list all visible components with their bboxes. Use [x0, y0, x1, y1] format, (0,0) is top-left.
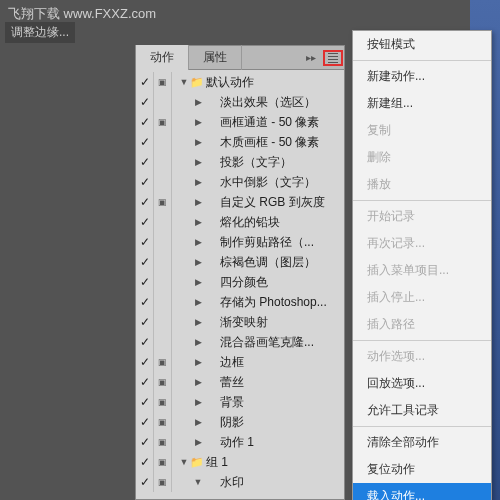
- expand-arrow-icon[interactable]: ▶: [192, 397, 204, 407]
- dialog-check[interactable]: [154, 232, 172, 252]
- tree-row[interactable]: ✓▣▶动作 1: [136, 432, 344, 452]
- dialog-check[interactable]: [154, 292, 172, 312]
- expand-arrow-icon[interactable]: ▶: [192, 277, 204, 287]
- toggle-check[interactable]: ✓: [136, 152, 154, 172]
- expand-arrow-icon[interactable]: ▶: [192, 357, 204, 367]
- expand-arrow-icon[interactable]: ▼: [178, 457, 190, 467]
- tree-row[interactable]: ✓▣▶背景: [136, 392, 344, 412]
- dialog-check[interactable]: [154, 152, 172, 172]
- menu-record-again[interactable]: 再次记录...: [353, 230, 491, 257]
- tab-properties[interactable]: 属性: [189, 45, 242, 70]
- toggle-check[interactable]: ✓: [136, 252, 154, 272]
- tree-row[interactable]: ✓▣▶自定义 RGB 到灰度: [136, 192, 344, 212]
- tab-collapse-icon[interactable]: ▸▸: [300, 52, 322, 63]
- tree-row[interactable]: ✓▣▶阴影: [136, 412, 344, 432]
- tree-row[interactable]: ✓▶混合器画笔克隆...: [136, 332, 344, 352]
- tab-actions[interactable]: 动作: [136, 45, 189, 70]
- expand-arrow-icon[interactable]: ▼: [192, 477, 204, 487]
- tree-row[interactable]: ✓▣▼水印: [136, 472, 344, 492]
- tree-row[interactable]: ✓▶渐变映射: [136, 312, 344, 332]
- panel-menu-button[interactable]: [322, 47, 344, 69]
- tree-row[interactable]: ✓▶存储为 Photoshop...: [136, 292, 344, 312]
- tree-row[interactable]: ✓▣▼📁组 1: [136, 452, 344, 472]
- menu-play[interactable]: 播放: [353, 171, 491, 198]
- toggle-check[interactable]: ✓: [136, 412, 154, 432]
- dialog-check[interactable]: ▣: [154, 452, 172, 472]
- toggle-check[interactable]: ✓: [136, 392, 154, 412]
- tree-row[interactable]: ✓▶淡出效果（选区）: [136, 92, 344, 112]
- dialog-check[interactable]: [154, 172, 172, 192]
- toggle-check[interactable]: ✓: [136, 332, 154, 352]
- toggle-check[interactable]: ✓: [136, 132, 154, 152]
- menu-load-actions[interactable]: 载入动作...: [353, 483, 491, 500]
- tree-row[interactable]: ✓▶四分颜色: [136, 272, 344, 292]
- expand-arrow-icon[interactable]: ▶: [192, 197, 204, 207]
- dialog-check[interactable]: [154, 272, 172, 292]
- menu-start-record[interactable]: 开始记录: [353, 203, 491, 230]
- tree-row[interactable]: ✓▣▶边框: [136, 352, 344, 372]
- toggle-check[interactable]: ✓: [136, 212, 154, 232]
- expand-arrow-icon[interactable]: ▶: [192, 437, 204, 447]
- expand-arrow-icon[interactable]: ▶: [192, 257, 204, 267]
- expand-arrow-icon[interactable]: ▶: [192, 337, 204, 347]
- toggle-check[interactable]: ✓: [136, 72, 154, 92]
- tree-row[interactable]: ✓▶投影（文字）: [136, 152, 344, 172]
- toggle-check[interactable]: ✓: [136, 192, 154, 212]
- expand-arrow-icon[interactable]: ▶: [192, 297, 204, 307]
- expand-arrow-icon[interactable]: ▶: [192, 377, 204, 387]
- dialog-check[interactable]: ▣: [154, 192, 172, 212]
- tree-row[interactable]: ✓▣▼📁默认动作: [136, 72, 344, 92]
- toggle-check[interactable]: ✓: [136, 452, 154, 472]
- dialog-check[interactable]: [154, 212, 172, 232]
- tree-row[interactable]: ✓▶棕褐色调（图层）: [136, 252, 344, 272]
- expand-arrow-icon[interactable]: ▶: [192, 237, 204, 247]
- tree-row[interactable]: ✓▶木质画框 - 50 像素: [136, 132, 344, 152]
- menu-new-action[interactable]: 新建动作...: [353, 63, 491, 90]
- toggle-check[interactable]: ✓: [136, 232, 154, 252]
- menu-reset-actions[interactable]: 复位动作: [353, 456, 491, 483]
- toggle-check[interactable]: ✓: [136, 372, 154, 392]
- dialog-check[interactable]: ▣: [154, 72, 172, 92]
- menu-insert-stop[interactable]: 插入停止...: [353, 284, 491, 311]
- toggle-check[interactable]: ✓: [136, 92, 154, 112]
- tree-row[interactable]: ✓▣▶蕾丝: [136, 372, 344, 392]
- menu-playback-options[interactable]: 回放选项...: [353, 370, 491, 397]
- dialog-check[interactable]: ▣: [154, 472, 172, 492]
- toggle-check[interactable]: ✓: [136, 272, 154, 292]
- expand-arrow-icon[interactable]: ▶: [192, 117, 204, 127]
- dialog-check[interactable]: [154, 332, 172, 352]
- expand-arrow-icon[interactable]: ▼: [178, 77, 190, 87]
- tree-row[interactable]: ✓▶制作剪贴路径（...: [136, 232, 344, 252]
- menu-action-options[interactable]: 动作选项...: [353, 343, 491, 370]
- tree-row[interactable]: ✓▶熔化的铅块: [136, 212, 344, 232]
- toggle-check[interactable]: ✓: [136, 172, 154, 192]
- dialog-check[interactable]: ▣: [154, 352, 172, 372]
- menu-allow-tool-record[interactable]: 允许工具记录: [353, 397, 491, 424]
- menu-insert-menu[interactable]: 插入菜单项目...: [353, 257, 491, 284]
- tree-row[interactable]: ✓▣▶画框通道 - 50 像素: [136, 112, 344, 132]
- menu-new-group[interactable]: 新建组...: [353, 90, 491, 117]
- toggle-check[interactable]: ✓: [136, 472, 154, 492]
- toggle-check[interactable]: ✓: [136, 292, 154, 312]
- dialog-check[interactable]: [154, 312, 172, 332]
- menu-button-mode[interactable]: 按钮模式: [353, 31, 491, 58]
- dialog-check[interactable]: ▣: [154, 112, 172, 132]
- dialog-check[interactable]: ▣: [154, 432, 172, 452]
- dialog-check[interactable]: ▣: [154, 412, 172, 432]
- tree-row[interactable]: ✓▶水中倒影（文字）: [136, 172, 344, 192]
- menu-duplicate[interactable]: 复制: [353, 117, 491, 144]
- dialog-check[interactable]: [154, 92, 172, 112]
- expand-arrow-icon[interactable]: ▶: [192, 417, 204, 427]
- expand-arrow-icon[interactable]: ▶: [192, 157, 204, 167]
- dialog-check[interactable]: [154, 132, 172, 152]
- toggle-check[interactable]: ✓: [136, 432, 154, 452]
- expand-arrow-icon[interactable]: ▶: [192, 317, 204, 327]
- dialog-check[interactable]: [154, 252, 172, 272]
- menu-delete[interactable]: 删除: [353, 144, 491, 171]
- dialog-check[interactable]: ▣: [154, 372, 172, 392]
- expand-arrow-icon[interactable]: ▶: [192, 217, 204, 227]
- toggle-check[interactable]: ✓: [136, 352, 154, 372]
- toggle-check[interactable]: ✓: [136, 112, 154, 132]
- menu-clear-all[interactable]: 清除全部动作: [353, 429, 491, 456]
- expand-arrow-icon[interactable]: ▶: [192, 97, 204, 107]
